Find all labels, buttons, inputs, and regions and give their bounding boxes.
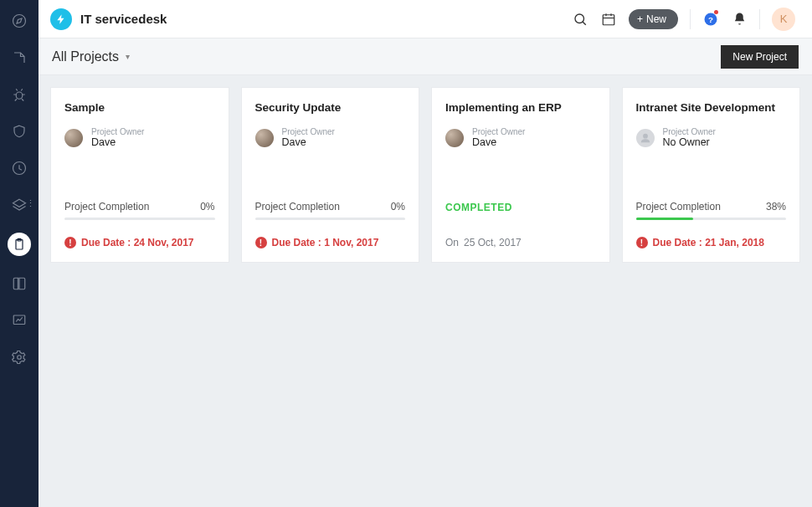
completed-badge: COMPLETED: [445, 202, 596, 213]
progress-bar: [636, 218, 787, 220]
notifications-button[interactable]: [731, 11, 748, 28]
settings-icon: [12, 350, 27, 365]
sidebar: ⋮: [0, 0, 39, 507]
brand-logo: [50, 8, 72, 30]
owner-label: Project Owner: [472, 127, 525, 136]
bell-icon: [732, 12, 747, 26]
sidebar-item-bookmark[interactable]: [10, 49, 28, 67]
completed-date: On 25 Oct, 2017: [445, 237, 596, 248]
project-title: Intranet Site Development: [636, 101, 787, 114]
sidebar-item-chart[interactable]: [10, 311, 28, 330]
notification-dot: [714, 10, 718, 14]
owner-avatar: [64, 129, 83, 147]
svg-marker-4: [13, 199, 26, 207]
help-button[interactable]: ?: [702, 11, 719, 28]
progress-bar: [64, 218, 215, 220]
completion-pct: 0%: [200, 201, 214, 213]
owner-name: Dave: [282, 136, 335, 148]
bug-icon: [12, 87, 27, 102]
owner-avatar: [255, 129, 274, 147]
lightning-icon: [55, 13, 67, 25]
subheader-title: All Projects: [52, 49, 119, 64]
completion-label: Project Completion: [255, 201, 340, 213]
user-avatar[interactable]: K: [772, 8, 795, 31]
owner-label: Project Owner: [91, 127, 144, 136]
topbar: IT servicedesk +New ? K: [39, 0, 812, 38]
layers-icon: [12, 197, 27, 213]
subheader: All Projects ▾ New Project: [39, 38, 812, 75]
sidebar-item-bug[interactable]: [10, 85, 28, 104]
project-card[interactable]: Security Update Project Owner Dave Proje…: [241, 87, 420, 263]
completion-row: Project Completion 38%: [636, 201, 787, 213]
completion-label: Project Completion: [64, 201, 149, 213]
sidebar-item-activity[interactable]: [10, 159, 28, 177]
alert-icon: !: [255, 237, 267, 248]
owner-label: Project Owner: [282, 127, 335, 136]
sidebar-item-clipboard[interactable]: [8, 233, 31, 256]
new-project-button[interactable]: New Project: [721, 45, 799, 69]
divider: [759, 9, 760, 29]
completion-pct: 38%: [766, 201, 786, 213]
chart-icon: [12, 313, 27, 328]
owner-avatar: [636, 129, 655, 147]
completion-row: Project Completion 0%: [64, 201, 215, 213]
chevron-down-icon: ▾: [126, 52, 130, 61]
project-card[interactable]: Intranet Site Development Project Owner …: [622, 87, 801, 263]
svg-rect-11: [603, 14, 614, 24]
owner-row: Project Owner No Owner: [636, 127, 787, 148]
progress-bar: [255, 218, 406, 220]
compass-icon: [12, 13, 27, 28]
shield-icon: [12, 124, 27, 139]
alert-icon: !: [636, 237, 648, 248]
svg-point-17: [643, 134, 647, 138]
completion-row: Project Completion 0%: [255, 201, 406, 213]
owner-row: Project Owner Dave: [255, 127, 406, 148]
svg-marker-1: [17, 18, 22, 23]
calendar-icon: [601, 12, 616, 27]
svg-point-0: [13, 15, 26, 28]
svg-point-9: [575, 14, 584, 23]
projects-dropdown[interactable]: All Projects ▾: [52, 49, 130, 64]
plus-icon: +: [637, 13, 643, 25]
divider: [690, 9, 691, 29]
sidebar-item-settings[interactable]: [10, 348, 28, 366]
bookmark-icon: [12, 50, 27, 65]
sidebar-item-compass[interactable]: [10, 12, 28, 30]
completion-pct: 0%: [391, 201, 405, 213]
project-title: Security Update: [255, 101, 406, 114]
sidebar-item-shield[interactable]: [10, 122, 28, 141]
user-icon: [640, 132, 651, 144]
projects-grid: Sample Project Owner Dave Project Comple…: [39, 75, 812, 507]
project-card[interactable]: Sample Project Owner Dave Project Comple…: [50, 87, 229, 263]
main-area: IT servicedesk +New ? K All Projects ▾: [39, 0, 812, 507]
due-date-row: ! Due Date : 21 Jan, 2018: [636, 237, 787, 248]
book-icon: [12, 276, 27, 291]
completion-label: Project Completion: [636, 201, 721, 213]
sidebar-item-book[interactable]: [10, 274, 28, 293]
owner-row: Project Owner Dave: [64, 127, 215, 148]
page-title: IT servicedesk: [80, 12, 167, 26]
svg-line-10: [583, 22, 586, 25]
sidebar-item-layers[interactable]: ⋮: [10, 196, 28, 214]
search-button[interactable]: [572, 11, 588, 28]
new-button[interactable]: +New: [629, 9, 678, 29]
alert-icon: !: [64, 237, 76, 248]
owner-name: Dave: [91, 136, 144, 148]
search-icon: [573, 12, 588, 27]
calendar-button[interactable]: [600, 11, 617, 28]
svg-text:?: ?: [708, 14, 713, 23]
svg-point-8: [18, 356, 22, 360]
owner-label: Project Owner: [663, 127, 716, 136]
project-card[interactable]: Implementing an ERP Project Owner Dave C…: [431, 87, 610, 263]
owner-avatar: [445, 129, 464, 147]
svg-rect-2: [16, 92, 23, 99]
due-date-row: ! Due Date : 24 Nov, 2017: [64, 237, 215, 248]
activity-icon: [12, 161, 27, 176]
owner-name: No Owner: [663, 136, 716, 148]
project-title: Implementing an ERP: [445, 101, 596, 114]
due-date-row: ! Due Date : 1 Nov, 2017: [255, 237, 406, 248]
owner-row: Project Owner Dave: [445, 127, 596, 148]
owner-name: Dave: [472, 136, 525, 148]
project-title: Sample: [64, 101, 215, 114]
clipboard-icon: [13, 238, 26, 251]
